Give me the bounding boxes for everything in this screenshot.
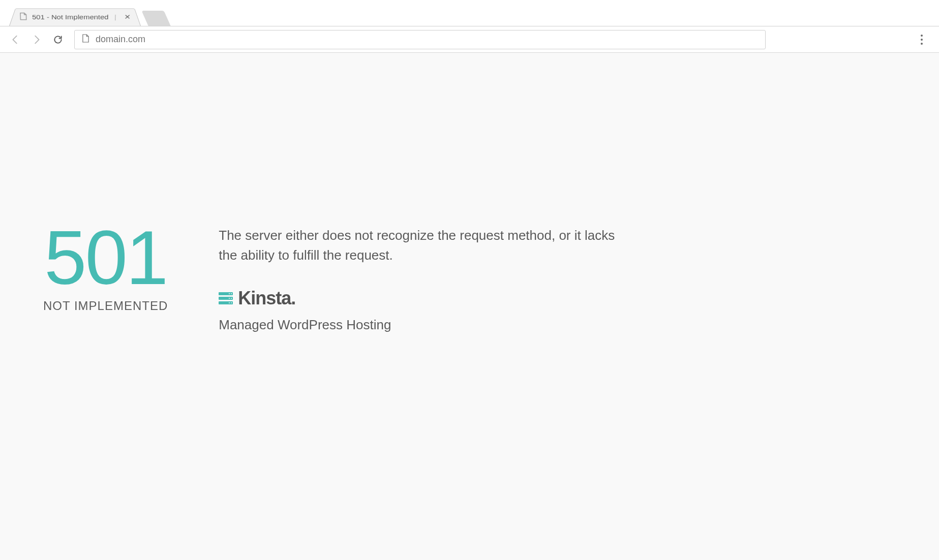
error-label: NOT IMPLEMENTED	[43, 299, 168, 313]
tab-divider: |	[114, 13, 116, 21]
error-right: The server either does not recognize the…	[219, 220, 615, 333]
error-description: The server either does not recognize the…	[219, 226, 615, 265]
forward-button[interactable]	[28, 32, 45, 48]
address-bar[interactable]: domain.com	[74, 30, 766, 49]
tab-title: 501 - Not Implemented	[32, 13, 108, 21]
page-icon	[19, 12, 27, 21]
new-tab-button[interactable]	[141, 11, 170, 26]
error-left: 501 NOT IMPLEMENTED	[43, 220, 168, 313]
error-container: 501 NOT IMPLEMENTED The server either do…	[43, 220, 615, 333]
kebab-icon	[921, 35, 923, 45]
brand-name: Kinsta.	[238, 288, 295, 309]
browser-menu-button[interactable]	[912, 29, 932, 50]
browser-tab[interactable]: 501 - Not Implemented | ✕	[9, 9, 141, 26]
tab-close-icon[interactable]: ✕	[124, 14, 131, 20]
site-info-icon[interactable]	[82, 34, 89, 45]
brand-logo: Kinsta.	[219, 288, 615, 309]
error-code: 501	[43, 220, 168, 296]
tab-strip: 501 - Not Implemented | ✕	[0, 0, 939, 26]
browser-toolbar: domain.com	[0, 26, 939, 53]
page-content: 501 NOT IMPLEMENTED The server either do…	[0, 53, 939, 560]
reload-button[interactable]	[50, 32, 66, 48]
server-icon	[219, 291, 233, 306]
url-text[interactable]: domain.com	[96, 34, 758, 45]
brand-subtitle: Managed WordPress Hosting	[219, 317, 615, 333]
back-button[interactable]	[7, 32, 23, 48]
